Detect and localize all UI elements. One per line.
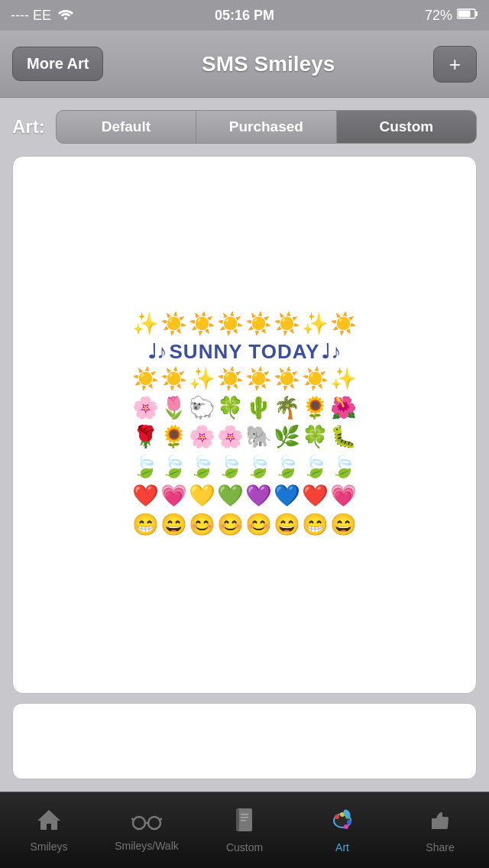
tab-smileys-label: Smileys [30, 840, 67, 853]
svg-point-0 [64, 17, 67, 20]
svg-point-5 [133, 817, 145, 829]
book-icon [235, 808, 254, 838]
content-area: Art: Default Purchased Custom ✨☀️☀️☀️☀️☀… [0, 98, 489, 792]
svg-marker-4 [37, 810, 60, 830]
tab-custom[interactable]: Custom [337, 111, 476, 143]
nav-title: SMS Smileys [202, 52, 335, 76]
svg-point-6 [148, 817, 160, 829]
status-bar: ---- EE 05:16 PM 72% [0, 0, 489, 31]
home-icon [36, 808, 62, 837]
battery-percent: 72% [425, 8, 452, 24]
art-label: Art: [12, 116, 45, 138]
emoji-row-4: 🌸🌷🐑🍀🌵🌴🌻🌺 [132, 394, 357, 422]
battery-icon [457, 8, 478, 24]
svg-rect-11 [236, 809, 239, 831]
svg-line-9 [160, 818, 162, 820]
emoji-row-5: 🌹🌻🌸🌸🐘🌿🍀🐛 [132, 423, 357, 451]
more-art-button[interactable]: More Art [12, 47, 103, 81]
svg-rect-14 [241, 820, 246, 821]
status-left: ---- EE [11, 8, 74, 24]
svg-rect-2 [475, 11, 478, 16]
emoji-art-display: ✨☀️☀️☀️☀️☀️✨☀️ ♩♪SUNNY TODAY♩♪ ☀️☀️✨☀️☀️… [125, 303, 364, 547]
tab-custom[interactable]: Custom [196, 808, 293, 853]
emoji-row-7: ❤️💗💛💚💜💙❤️💗 [132, 482, 357, 510]
preview-card: ✨☀️☀️☀️☀️☀️✨☀️ ♩♪SUNNY TODAY♩♪ ☀️☀️✨☀️☀️… [12, 156, 477, 694]
tab-smileys-walk[interactable]: Smileys/Walk [98, 808, 196, 852]
tab-share-label: Share [426, 841, 454, 853]
bottom-tab-bar: Smileys Smileys/Walk Custom [0, 792, 489, 868]
art-tab-row: Art: Default Purchased Custom [12, 110, 477, 144]
tab-group: Default Purchased Custom [56, 110, 477, 144]
carrier-text: ---- EE [11, 8, 51, 24]
status-time: 05:16 PM [215, 8, 274, 24]
glasses-icon [131, 808, 162, 837]
thumbsup-icon [429, 808, 452, 838]
tab-art[interactable]: Art [293, 808, 391, 853]
svg-point-21 [344, 824, 348, 829]
tab-smileys[interactable]: Smileys [0, 808, 98, 853]
wifi-icon [57, 8, 74, 24]
svg-point-20 [347, 820, 351, 824]
svg-rect-12 [241, 814, 248, 815]
tab-share[interactable]: Share [391, 808, 489, 853]
add-button[interactable]: + [433, 46, 477, 83]
svg-rect-3 [458, 10, 471, 17]
svg-rect-13 [241, 817, 248, 818]
emoji-row-6: 🍃🍃🍃🍃🍃🍃🍃🍃 [132, 453, 357, 481]
nav-bar: More Art SMS Smileys + [0, 31, 489, 98]
sunny-today-text: ♩♪SUNNY TODAY♩♪ [147, 340, 342, 364]
emoji-row-1: ✨☀️☀️☀️☀️☀️✨☀️ [132, 310, 357, 338]
palette-icon [330, 808, 355, 838]
tab-default[interactable]: Default [57, 111, 196, 143]
status-right: 72% [425, 8, 478, 24]
tab-art-label: Art [335, 841, 349, 853]
tab-smileys-walk-label: Smileys/Walk [115, 840, 179, 852]
tab-custom-label: Custom [226, 841, 263, 853]
emoji-row-3: ☀️☀️✨☀️☀️☀️☀️✨ [132, 365, 357, 393]
svg-point-17 [335, 815, 339, 819]
svg-line-8 [131, 818, 133, 820]
tab-purchased[interactable]: Purchased [196, 111, 336, 143]
emoji-row-8: 😁😄😊😊😊😄😁😄 [132, 511, 357, 539]
text-input-area[interactable] [12, 703, 477, 779]
